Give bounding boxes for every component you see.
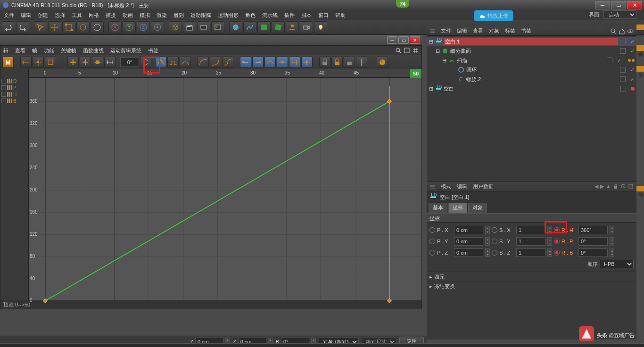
add-camera[interactable]	[300, 21, 313, 33]
side-tab-2[interactable]: 内容浏览器	[636, 45, 644, 51]
rh-spinner[interactable]: ▴▾	[610, 226, 614, 234]
menu-tracker[interactable]: 运动跟踪	[190, 12, 211, 19]
nav-back-icon[interactable]: ◀	[594, 183, 598, 190]
side-tab-4[interactable]: 属性	[636, 186, 644, 191]
menu-plugins[interactable]: 插件	[284, 12, 295, 19]
unify-tangent[interactable]	[277, 57, 288, 68]
eye-icon[interactable]	[627, 28, 634, 34]
section-freeze[interactable]: ▸冻结变换	[427, 281, 636, 290]
grip-icon[interactable]	[429, 184, 435, 190]
fc-menu-motionclip[interactable]: 运动剪辑系统	[110, 47, 141, 54]
coord-system-button[interactable]	[151, 21, 164, 33]
grip-icon[interactable]	[429, 28, 435, 34]
scale-key[interactable]	[104, 57, 116, 68]
tab-object[interactable]: 对象	[468, 203, 487, 213]
add-generator[interactable]	[257, 21, 271, 33]
om-menu-view[interactable]: 查看	[473, 27, 483, 34]
menu-simulate[interactable]: 模拟	[140, 12, 150, 19]
menu-animate[interactable]: 动画	[123, 12, 133, 19]
sx-input[interactable]	[516, 226, 545, 234]
scale-tool[interactable]	[62, 21, 75, 33]
menu-snap[interactable]: 捕捉	[106, 12, 116, 19]
menu-mesh[interactable]: 网格	[89, 12, 99, 19]
menu-file[interactable]: 文件	[4, 12, 14, 19]
am-menu-userdata[interactable]: 用户数据	[473, 183, 494, 190]
add-environment[interactable]	[286, 21, 299, 33]
menu-render[interactable]: 渲染	[157, 12, 167, 19]
nav-fwd-icon[interactable]: ▶	[600, 183, 604, 190]
new-window-icon[interactable]	[628, 183, 634, 189]
fc-menu-edit[interactable]: 辑	[3, 47, 8, 54]
break-tangent[interactable]	[264, 57, 276, 68]
move-tool[interactable]	[48, 21, 61, 33]
add-light[interactable]	[314, 21, 327, 33]
om-menu-bookmark[interactable]: 书签	[521, 27, 531, 34]
sx-anim-dot[interactable]	[492, 227, 497, 233]
om-menu-tags[interactable]: 标签	[505, 27, 515, 34]
rh-input[interactable]	[578, 226, 608, 234]
undo-button[interactable]	[2, 21, 15, 33]
menu-window[interactable]: 窗口	[318, 12, 329, 19]
select-tool[interactable]	[34, 21, 47, 33]
tangent-linear[interactable]	[155, 57, 166, 68]
add-deformer[interactable]	[272, 21, 285, 33]
move-key[interactable]	[92, 57, 103, 68]
angle-input[interactable]	[120, 58, 139, 67]
auto-key[interactable]	[20, 57, 32, 68]
fc-menu-function[interactable]: 功能	[44, 47, 54, 54]
notification-badge[interactable]: 74	[396, 0, 409, 8]
object-tree[interactable]: ⊟ L0 空白.1 ✓ ⊟ 细分曲面 ✓ ⊟ 扫描 ✓ 圆环 ✓	[427, 36, 636, 182]
clamp-tangent[interactable]	[289, 57, 300, 68]
lock-value[interactable]	[331, 57, 343, 68]
sub-close[interactable]: ✕	[410, 36, 420, 44]
ease-both[interactable]	[222, 57, 233, 68]
angle-spinner[interactable]	[140, 57, 151, 68]
menu-select[interactable]: 选择	[55, 12, 65, 19]
time-ruler[interactable]: 0 5 10 15 20 25 30 35 40 45 50	[29, 69, 421, 78]
interface-dropdown[interactable]: 启动	[603, 10, 636, 19]
menu-character[interactable]: 角色	[245, 12, 256, 19]
nav-up-icon[interactable]: ▲	[606, 183, 611, 190]
sz-input[interactable]	[516, 248, 545, 257]
tree-row-sweep[interactable]: ⊟ 扫描 ✓	[427, 56, 636, 65]
add-key[interactable]	[67, 57, 79, 68]
tree-row-null1[interactable]: ⊟ L0 空白.1 ✓	[427, 37, 636, 46]
upload-button[interactable]: 拖拽上传	[474, 10, 513, 21]
tangent-smooth[interactable]	[180, 57, 191, 68]
zero-angle[interactable]	[301, 57, 313, 68]
menu-tools[interactable]: 工具	[72, 12, 82, 19]
redo-button[interactable]	[16, 21, 29, 33]
sub-minimize[interactable]: ─	[387, 36, 397, 44]
am-menu-mode[interactable]: 模式	[441, 183, 451, 190]
ease-in[interactable]	[198, 57, 209, 68]
maximize-button[interactable]: ▭	[611, 1, 626, 9]
picture-viewer[interactable]	[211, 21, 224, 33]
lock-time[interactable]	[319, 57, 330, 68]
section-quaternion[interactable]: ▸四元	[427, 272, 636, 281]
fcurve-line[interactable]	[29, 78, 421, 300]
om-menu-file[interactable]: 文件	[441, 27, 451, 34]
cube-primitive[interactable]	[169, 21, 182, 33]
lock-tangent[interactable]	[356, 57, 367, 68]
fc-menu-fcurve[interactable]: 函数曲线	[83, 47, 104, 54]
axis-z-button[interactable]: Z	[137, 21, 150, 33]
om-menu-edit[interactable]: 编辑	[457, 27, 467, 34]
tangent-step[interactable]	[167, 57, 179, 68]
side-tab-3[interactable]: 模型	[636, 66, 644, 72]
rp-input[interactable]	[578, 237, 608, 246]
search-icon[interactable]	[395, 47, 402, 54]
tree-row-circle[interactable]: 圆环 ✓	[427, 65, 636, 74]
frame-all-icon[interactable]	[404, 47, 410, 54]
playhead[interactable]	[389, 86, 390, 300]
add-cube[interactable]	[229, 21, 242, 33]
graph-canvas[interactable]: 0 5 10 15 20 25 30 35 40 45 50 360 320 2…	[29, 69, 421, 300]
mode-dopesheet[interactable]: M	[2, 57, 14, 68]
side-tab-1[interactable]: 构造	[636, 25, 644, 30]
render-settings[interactable]	[197, 21, 210, 33]
paint-tool[interactable]	[377, 57, 388, 68]
order-select[interactable]: HPB	[600, 260, 634, 268]
search-icon[interactable]	[610, 28, 617, 34]
px-input[interactable]	[454, 226, 483, 234]
menu-sculpt[interactable]: 雕刻	[173, 12, 184, 19]
fc-menu-view[interactable]: 查看	[15, 47, 25, 54]
